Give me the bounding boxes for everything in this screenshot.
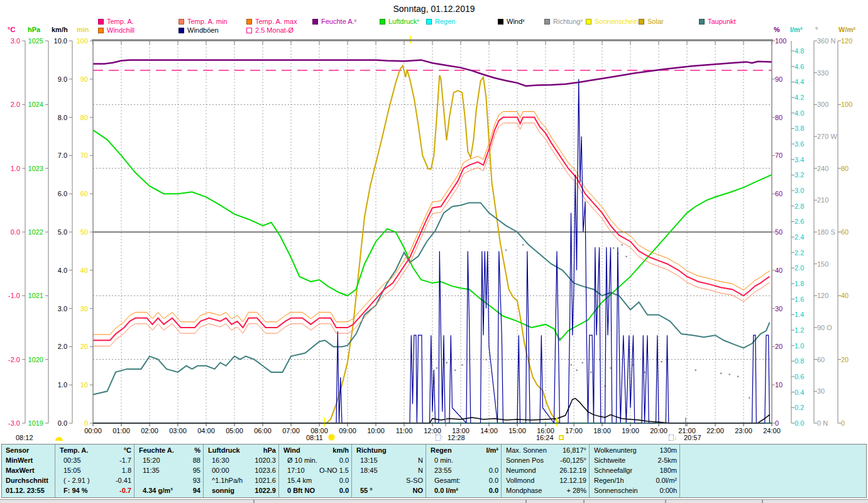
cell-time: ( - 2.91 ) bbox=[63, 477, 90, 485]
sunset-time: 16:24 bbox=[536, 434, 554, 441]
lm2-axis-tick: 0.4 bbox=[794, 389, 804, 396]
table-divider bbox=[501, 445, 502, 497]
column-header: Feuchte A. bbox=[139, 446, 174, 455]
info-label: Regen/1h bbox=[594, 477, 624, 485]
legend-item-sonnenschein: Sonnenschein bbox=[595, 18, 639, 25]
sun-icon bbox=[329, 434, 334, 440]
legend-swatch-temp-a- bbox=[98, 19, 104, 25]
deg-axis-tick: 150 bbox=[817, 260, 828, 268]
lm2-axis-tick: 1.0 bbox=[794, 342, 804, 350]
lm2-axis-tick: 4.6 bbox=[794, 63, 804, 70]
lm2-axis-tick: 2.4 bbox=[794, 233, 804, 241]
time-label: 10:00 bbox=[363, 427, 388, 434]
time-label: 22:00 bbox=[703, 427, 728, 434]
time-label: 11:00 bbox=[392, 427, 417, 434]
legend-swatch-sonnenschein bbox=[586, 19, 591, 25]
deg-axis-tick: 120 bbox=[817, 292, 828, 299]
axis-unit-label: °C bbox=[8, 26, 15, 33]
kmh-axis-tick: 3.0 bbox=[58, 305, 67, 312]
column-unit: l/m² bbox=[486, 446, 498, 455]
cell-value: 88 bbox=[193, 456, 201, 465]
cell-time: F: 94 % bbox=[63, 487, 88, 495]
info-value: 26.12.19 bbox=[559, 467, 586, 475]
time-label: 19:00 bbox=[618, 427, 643, 434]
cell-value: 0.0 bbox=[489, 487, 498, 495]
wm2-axis-tick: 40 bbox=[841, 292, 849, 299]
cell-value: NO bbox=[413, 487, 424, 495]
pct-axis-tick: 90 bbox=[775, 75, 783, 83]
info-value: 180m bbox=[659, 467, 677, 475]
info-label: Sonnen Pos bbox=[506, 456, 544, 465]
lm2-axis-tick: 0.2 bbox=[794, 404, 804, 411]
lm2-axis-tick: 4.4 bbox=[794, 78, 804, 86]
temp-axis-tick: -1.0 bbox=[8, 292, 20, 299]
kmh-axis-tick: 4.0 bbox=[58, 267, 67, 274]
table-divider bbox=[679, 445, 680, 497]
min-axis-tick: 90 bbox=[80, 75, 88, 83]
cell-value: 95 bbox=[193, 467, 201, 475]
deg-axis-tick: 210 bbox=[817, 196, 828, 204]
pct-axis-tick: 30 bbox=[775, 305, 783, 312]
sunrise-time: 08:11 bbox=[306, 434, 323, 441]
row-label: MinWert bbox=[6, 456, 33, 465]
status-strip bbox=[0, 499, 868, 503]
min-axis-tick: 10 bbox=[80, 381, 88, 389]
legend-item-windb-en: Windböen bbox=[187, 27, 219, 34]
deg-axis-tick: 300 bbox=[817, 101, 828, 108]
cell-time: 0 min. bbox=[434, 456, 453, 465]
cell-time: 0.0 l/m² bbox=[434, 487, 458, 495]
column-unit: km/h bbox=[332, 446, 349, 455]
legend-swatch-windb-en bbox=[179, 28, 184, 33]
axis-unit-label: min bbox=[77, 26, 89, 33]
cell-time: 17:10 bbox=[287, 467, 305, 475]
lm2-axis-tick: 2.6 bbox=[794, 218, 804, 225]
labels-overlay: Temp. A.Temp. A. minTemp. A. maxFeuchte … bbox=[0, 0, 868, 503]
table-divider bbox=[278, 445, 279, 497]
cell-value: N bbox=[418, 456, 423, 465]
column-header: Regen bbox=[431, 446, 452, 455]
deg-axis-tick: 30 bbox=[817, 387, 825, 395]
time-label: 24:00 bbox=[759, 427, 784, 434]
cell-time: 0 Bft NO bbox=[287, 487, 315, 495]
kmh-axis-tick: 1.0 bbox=[58, 381, 67, 389]
hpa-axis-tick: 1024 bbox=[28, 101, 43, 108]
kmh-axis-tick: 0.0 bbox=[58, 419, 67, 427]
temp-axis-tick: 3.0 bbox=[11, 37, 20, 45]
cell-value: 0.0 bbox=[339, 487, 349, 495]
time-label: 15:00 bbox=[505, 427, 530, 434]
min-axis-tick: 20 bbox=[80, 343, 88, 350]
strip-divider bbox=[525, 500, 527, 503]
cell-value: 93 bbox=[193, 477, 201, 485]
table-divider bbox=[55, 445, 55, 497]
lm2-axis-tick: 1.4 bbox=[794, 311, 804, 318]
time-label: 23:00 bbox=[731, 427, 756, 434]
axis-unit-label: W/m² bbox=[838, 26, 855, 33]
lm2-axis-tick: 4.8 bbox=[794, 47, 804, 55]
kmh-axis-tick: 2.0 bbox=[58, 343, 67, 350]
table-divider bbox=[589, 445, 590, 497]
lm2-axis-tick: 0.0 bbox=[794, 419, 804, 427]
info-label: Vollmond bbox=[506, 477, 534, 485]
legend-item-temp-a-min: Temp. A. min bbox=[187, 18, 228, 25]
column-header: Luftdruck bbox=[208, 446, 240, 455]
cell-value: O-NO 1.5 bbox=[319, 467, 349, 475]
cell-value: -0.41 bbox=[116, 477, 131, 485]
legend-swatch-temp-a-min bbox=[179, 19, 184, 25]
column-header: Wind bbox=[283, 446, 300, 455]
pct-axis-tick: 100 bbox=[775, 37, 786, 45]
cell-value: N bbox=[418, 467, 423, 475]
min-axis-tick: 50 bbox=[80, 228, 88, 236]
cell-time: 18:45 bbox=[360, 467, 378, 475]
cell-value: 0.0 bbox=[339, 456, 349, 465]
row-label: Sensor bbox=[6, 446, 29, 455]
time-label: 02:00 bbox=[137, 427, 162, 434]
legend-swatch-temp-a-max bbox=[246, 19, 252, 25]
legend-item-temp-a-: Temp. A. bbox=[107, 18, 134, 25]
cell-time: sonnig bbox=[212, 487, 234, 495]
kmh-axis-tick: 6.0 bbox=[58, 190, 67, 197]
cell-time: 16:30 bbox=[212, 456, 229, 465]
hpa-axis-tick: 1023 bbox=[28, 165, 43, 172]
cell-value: 0.0 bbox=[489, 477, 498, 485]
pct-axis-tick: 70 bbox=[775, 152, 783, 159]
hpa-axis-tick: 1019 bbox=[28, 419, 43, 427]
